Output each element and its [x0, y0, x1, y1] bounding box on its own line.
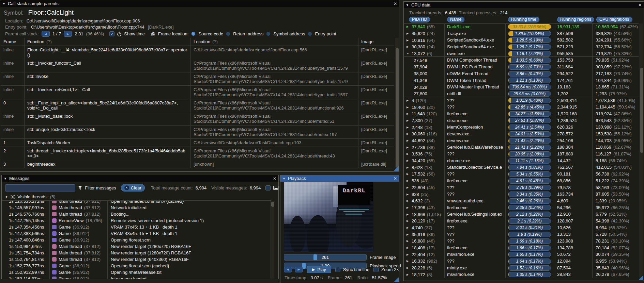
cpu-row[interactable]: ▶20,120(17)firefox.exe2.1 s (0.22%)128,6…	[404, 218, 639, 224]
column-header-cpu-migrations[interactable]: CPU migrations	[596, 17, 632, 22]
expand-tree-icon[interactable]: ▶	[407, 119, 410, 122]
cpu-row[interactable]: ▶536(49)firefox.exe4.61 s (0.48%)68,8565…	[404, 178, 639, 184]
sync-timeline-label[interactable]: Sync timeline	[343, 267, 369, 272]
callstack-row[interactable]: 2std::thread::_Invoke<std::tuple<<lambda…	[1, 147, 394, 160]
expand-tree-icon[interactable]: ▶	[407, 266, 410, 269]
collapse-icon[interactable]: ▼	[282, 177, 286, 180]
clear-button[interactable]: ✕Clear	[121, 184, 145, 192]
cpu-row[interactable]: ▶8,628(18)StandardCollector.Service.e7.8…	[404, 164, 639, 171]
cpu-row[interactable]: ▶18,408(17)firefox.exe1.66 s (0.17%)134,…	[404, 245, 639, 251]
cpu-row[interactable]: ▶28,228(5)mintty.exe1.52 s (0.16%)87,504…	[404, 265, 639, 271]
cpu-row[interactable]: 37,904DWM LPC Port Thread6.69 s (0.70%)3…	[404, 64, 639, 70]
message-row[interactable]: 1s 147,400,846nsGame(36,912)Opening /for…	[2, 237, 271, 243]
pid-cell[interactable]: ▶45,620(24)	[404, 30, 445, 37]
pid-cell[interactable]: ▶4,740(37)	[404, 224, 445, 231]
sync-timeline-checkbox[interactable]	[335, 267, 340, 272]
expand-tree-icon[interactable]: ▶	[407, 233, 410, 236]
callstack-row[interactable]: 0std::_Func_impl_no_alloc<<lambda_5bc224…	[1, 99, 394, 112]
pid-cell[interactable]: 34,028	[404, 84, 445, 90]
message-row[interactable]: 1s 120,335,272nsMain thread(37,812)Openi…	[2, 201, 271, 204]
message-row[interactable]: 1s 152,776,777nsGame(36,912)Opening /for…	[2, 263, 271, 269]
next-frame-button[interactable]: ▶	[295, 267, 303, 272]
expand-tree-icon[interactable]: ▶	[407, 186, 410, 189]
pid-cell[interactable]: ▶22,404(12)	[404, 251, 445, 258]
close-icon[interactable]: ✕	[394, 176, 397, 181]
expand-tree-icon[interactable]: ▶	[407, 206, 410, 209]
zoom-2x-checkbox[interactable]	[373, 267, 379, 272]
callstack-row[interactable]: inlinestd::_Invoker_functor::_CallC:\Pro…	[1, 59, 394, 72]
column-header-frame[interactable]: Frame	[1, 38, 25, 46]
expand-tree-icon[interactable]: ▶	[407, 39, 410, 42]
pid-cell[interactable]: ▶20,120(17)	[404, 218, 445, 224]
collapse-icon[interactable]: ▼	[406, 3, 409, 7]
resize-grip[interactable]	[394, 166, 399, 171]
pid-cell[interactable]: ▶27,736(88)	[404, 144, 445, 151]
close-icon[interactable]: ✕	[394, 1, 397, 6]
pid-cell[interactable]: ▶18,460(20)	[404, 104, 445, 111]
pid-cell[interactable]: ▶30,060(116)	[404, 131, 445, 137]
cpu-row[interactable]: ▶18,172(8)msvsmon.exe1.35 s (0.14%)38,84…	[404, 271, 639, 278]
expand-tree-icon[interactable]: ▶	[407, 106, 410, 109]
pid-cell[interactable]: ▶536(49)	[404, 178, 445, 184]
radio-source-code-label[interactable]: Source code	[198, 31, 223, 36]
expand-tree-icon[interactable]: ▶	[407, 172, 410, 176]
expand-tree-icon[interactable]: ▶	[407, 199, 410, 202]
message-row[interactable]: 1s 152,912,997nsGame(36,912)Opening /met…	[2, 269, 271, 276]
expand-arrow-icon[interactable]: ▶	[6, 195, 8, 198]
radio-symbol-address-label[interactable]: Symbol address	[273, 31, 305, 36]
pid-cell[interactable]: ▶37,840(55)	[404, 23, 445, 30]
radio-return-address-label[interactable]: Return address	[233, 31, 263, 36]
expand-tree-icon[interactable]: ▶	[407, 260, 410, 263]
column-header-running-regions[interactable]: Running regions	[557, 17, 594, 22]
expand-tree-icon[interactable]: ▶	[407, 99, 410, 102]
cpu-row[interactable]: ▶4(120)???1:01.9 (6.43%)2,593,3141,078,5…	[404, 97, 639, 104]
cpu-row[interactable]: ▶30,380(24)ScriptedSandbox64.exe1:28.2 (…	[404, 44, 639, 50]
expand-tree-icon[interactable]: ▶	[407, 126, 410, 129]
pid-cell[interactable]: ▼13,072(6)	[404, 50, 445, 57]
cpu-row[interactable]: ▶11,648(120)firefox.exe34.27 s (3.56%)1,…	[404, 111, 639, 117]
callstack-row[interactable]: inlinestd::_Invoker_ret<void,1>::_CallC:…	[1, 86, 394, 99]
message-row[interactable]: 1s 146,576,766nsMain thread(37,812)Booti…	[2, 211, 271, 217]
pid-cell[interactable]: ▶28,228(5)	[404, 265, 445, 271]
expand-tree-icon[interactable]: ▶	[407, 139, 410, 142]
radio-symbol-address[interactable]	[266, 32, 271, 36]
pid-cell[interactable]: ▶22,804(45)	[404, 184, 445, 191]
expand-tree-icon[interactable]: ▶	[407, 32, 410, 35]
cpu-row[interactable]: ▶22,404(12)msvsmon.exe1.65 s (0.17%)50,6…	[404, 251, 639, 258]
expand-tree-icon[interactable]: ▶	[407, 152, 410, 155]
pid-cell[interactable]: 27,800	[404, 90, 445, 97]
cpu-row[interactable]: ▶17,396(43)firefox.exe2.28 s (0.24%)54,2…	[404, 204, 639, 211]
expand-tree-icon[interactable]: ▶	[407, 159, 410, 162]
cpu-row[interactable]: 41,348DWM Token Thread1.21 s (0.13%)174,…	[404, 77, 639, 84]
expand-tree-icon[interactable]: ▶	[407, 213, 410, 216]
play-button[interactable]: ▶Play	[307, 266, 331, 273]
pid-cell[interactable]: ▶928(25)	[404, 191, 445, 198]
messages-scrollbar[interactable]	[271, 201, 274, 279]
callstack-row[interactable]: inlinestd::_Mutex_base::lockC:\Program F…	[1, 112, 394, 126]
collapse-tree-icon[interactable]: ▼	[407, 52, 410, 55]
message-row[interactable]: 1s 147,354,456nsGame(36,912)VRAM 37x45: …	[2, 224, 271, 230]
message-row[interactable]: 1s 151,754,784nsMain thread(37,812)New r…	[2, 250, 271, 256]
pid-cell[interactable]: 37,904	[404, 64, 445, 70]
expand-tree-icon[interactable]: ▶	[407, 246, 410, 249]
message-row[interactable]: 1s 147,383,566nsGame(36,912)VRAM 43x45: …	[2, 230, 271, 237]
radio-entry-point[interactable]	[308, 32, 312, 36]
cpu-row[interactable]: ▶45,620(24)Tracy.exe1:39.5 (10.34%)887,5…	[404, 30, 639, 37]
radio-return-address[interactable]	[226, 32, 230, 36]
pid-cell[interactable]: ▶44,692(84)	[404, 137, 445, 144]
column-header-name[interactable]: Name	[447, 17, 464, 22]
pid-cell[interactable]: ▶17,532(56)	[404, 171, 445, 178]
pid-cell[interactable]: ▶18,968(1,018)	[404, 211, 445, 218]
cpu-row[interactable]: ▶4,740(37)???2.01 s (0.21%)10,6266,994(6…	[404, 224, 639, 231]
column-header-pid-tid[interactable]: PID/TID	[409, 17, 430, 22]
cpu-row[interactable]: ▶34,420(65)chrome.exe11.11 s (1.15%)14,4…	[404, 157, 639, 164]
filter-input[interactable]	[5, 184, 75, 192]
expand-tree-icon[interactable]: ▶	[407, 219, 410, 222]
pid-cell[interactable]: ▶16,880(46)	[404, 238, 445, 245]
resize-grip[interactable]	[638, 275, 643, 280]
zoom-2x-label[interactable]: Zoom 2×	[381, 267, 399, 272]
cpu-row[interactable]: ▶30,060(116)devenv.exe24.01 s (2.50%)278…	[404, 131, 639, 137]
callstack-row[interactable]: 1TaskDispatch::WorkerC:\Users\wolf\Deskt…	[1, 139, 394, 147]
message-row[interactable]: 1s 152,764,817nsMain thread(37,812)New r…	[2, 256, 271, 263]
cpu-row[interactable]: ▶10,816(64)ScriptedSandbox64.exe1:28.5 (…	[404, 37, 639, 44]
